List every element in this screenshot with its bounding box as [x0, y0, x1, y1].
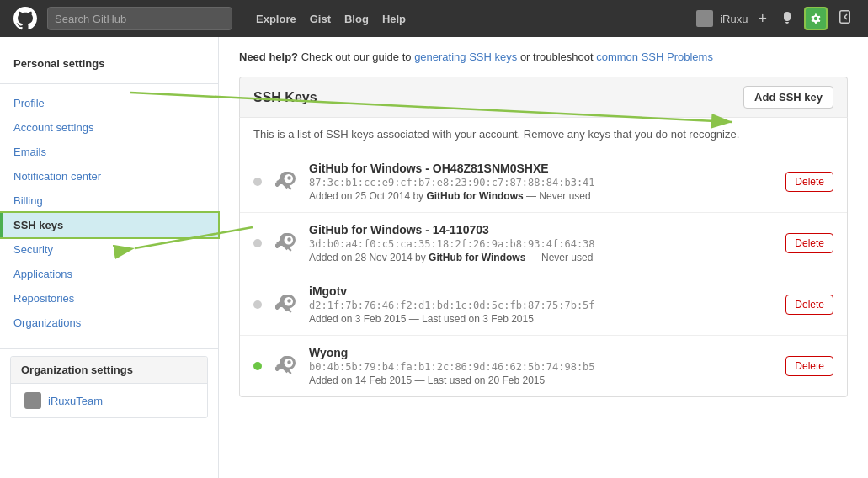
sidebar: Personal settings Profile Account settin…	[0, 37, 219, 478]
key-fingerprint: d2:1f:7b:76:46:f2:d1:bd:1c:0d:5c:fb:87:7…	[309, 300, 775, 311]
key-info: GitHub for Windows - OH48Z81SNM0SHXE 87:…	[309, 162, 775, 202]
key-list: GitHub for Windows - OH48Z81SNM0SHXE 87:…	[239, 151, 848, 397]
sidebar-item-ssh-keys[interactable]: SSH keys	[0, 213, 218, 237]
key-fingerprint: 3d:b0:a4:f0:c5:ca:35:18:2f:26:9a:b8:93:4…	[309, 238, 775, 250]
org-settings-title: Organization settings	[11, 357, 207, 384]
sidebar-item-security[interactable]: Security	[0, 237, 218, 262]
delete-button[interactable]: Delete	[785, 233, 833, 253]
org-settings-body: iRuxuTeam	[11, 384, 207, 417]
github-logo[interactable]	[13, 7, 37, 30]
sidebar-item-profile[interactable]: Profile	[0, 91, 218, 115]
plus-button[interactable]: +	[754, 8, 770, 29]
key-meta-link: GitHub for Windows	[429, 252, 525, 263]
key-meta: Added on 25 Oct 2014 by GitHub for Windo…	[309, 190, 775, 202]
avatar	[696, 10, 713, 27]
help-link-common[interactable]: common SSH Problems	[596, 50, 713, 63]
sidebar-item-account-settings[interactable]: Account settings	[0, 115, 218, 140]
sidebar-item-notification-center[interactable]: Notification center	[0, 164, 218, 189]
key-meta: Added on 3 Feb 2015 — Last used on 3 Feb…	[309, 313, 775, 325]
key-meta: Added on 28 Nov 2014 by GitHub for Windo…	[309, 252, 775, 263]
add-ssh-key-button[interactable]: Add SSH key	[743, 86, 833, 109]
delete-button[interactable]: Delete	[785, 295, 833, 315]
key-status	[253, 178, 262, 186]
help-text-middle: Check out our guide to	[301, 50, 414, 63]
key-status	[253, 362, 262, 370]
nav-blog[interactable]: Blog	[344, 13, 369, 25]
sidebar-item-billing[interactable]: Billing	[0, 189, 218, 213]
key-info: iMgotv d2:1f:7b:76:46:f2:d1:bd:1c:0d:5c:…	[309, 284, 775, 325]
key-item: GitHub for Windows - OH48Z81SNM0SHXE 87:…	[240, 151, 847, 212]
key-fingerprint: b0:4b:5b:79:b4:fa:b1:2c:86:9d:46:62:5b:7…	[309, 361, 775, 373]
help-text-middle2: or troubleshoot	[520, 50, 596, 63]
header-nav: Explore Gist Blog Help	[256, 13, 406, 25]
settings-icon[interactable]	[804, 7, 828, 30]
header-right: iRuxu +	[696, 7, 855, 30]
search-input[interactable]	[47, 7, 232, 30]
help-bar: Need help? Check out our guide to genera…	[239, 50, 848, 63]
key-item: Wyong b0:4b:5b:79:b4:fa:b1:2c:86:9d:46:6…	[240, 335, 847, 396]
help-link-generating[interactable]: generating SSH keys	[414, 50, 517, 63]
sidebar-item-applications[interactable]: Applications	[0, 262, 218, 286]
key-item: GitHub for Windows - 14-110703 3d:b0:a4:…	[240, 212, 847, 274]
org-name[interactable]: iRuxuTeam	[48, 395, 103, 407]
key-icon	[272, 353, 299, 380]
key-fingerprint: 87:3c:b1:cc:e9:cf:b7:e8:23:90:c7:87:88:8…	[309, 177, 775, 189]
key-meta-link: GitHub for Windows	[426, 190, 523, 202]
key-name: iMgotv	[309, 284, 775, 298]
page-layout: Personal settings Profile Account settin…	[0, 37, 868, 478]
org-settings-section: Organization settings iRuxuTeam	[10, 356, 208, 418]
username: iRuxu	[720, 13, 748, 25]
section-header: SSH Keys Add SSH key	[239, 77, 848, 117]
key-icon	[272, 230, 299, 257]
nav-gist[interactable]: Gist	[310, 13, 331, 25]
org-item[interactable]: iRuxuTeam	[11, 387, 207, 414]
key-icon	[272, 291, 299, 318]
key-name: GitHub for Windows - OH48Z81SNM0SHXE	[309, 162, 775, 175]
key-info: GitHub for Windows - 14-110703 3d:b0:a4:…	[309, 223, 775, 263]
ssh-keys-section: SSH Keys Add SSH key This is a list of S…	[239, 77, 848, 397]
main-content: Need help? Check out our guide to genera…	[219, 37, 868, 478]
key-info: Wyong b0:4b:5b:79:b4:fa:b1:2c:86:9d:46:6…	[309, 346, 775, 386]
sidebar-item-organizations[interactable]: Organizations	[0, 311, 218, 335]
key-status	[253, 239, 262, 247]
sidebar-item-repositories[interactable]: Repositories	[0, 286, 218, 311]
nav-help[interactable]: Help	[382, 13, 406, 25]
key-status	[253, 300, 262, 309]
signout-button[interactable]	[834, 8, 855, 29]
section-title: SSH Keys	[253, 90, 317, 105]
key-name: Wyong	[309, 346, 775, 359]
key-icon	[272, 168, 299, 195]
help-text-bold: Need help?	[239, 50, 298, 63]
header: Explore Gist Blog Help iRuxu +	[0, 0, 868, 37]
personal-settings-title: Personal settings	[0, 50, 218, 77]
info-text: This is a list of SSH keys associated wi…	[239, 117, 848, 151]
delete-button[interactable]: Delete	[785, 172, 833, 192]
sidebar-item-emails[interactable]: Emails	[0, 140, 218, 164]
delete-button[interactable]: Delete	[785, 356, 833, 376]
nav-explore[interactable]: Explore	[256, 13, 296, 25]
notifications-button[interactable]	[777, 8, 797, 29]
org-avatar	[24, 392, 41, 409]
key-item: iMgotv d2:1f:7b:76:46:f2:d1:bd:1c:0d:5c:…	[240, 274, 847, 335]
key-name: GitHub for Windows - 14-110703	[309, 223, 775, 236]
key-meta: Added on 14 Feb 2015 — Last used on 20 F…	[309, 374, 775, 386]
